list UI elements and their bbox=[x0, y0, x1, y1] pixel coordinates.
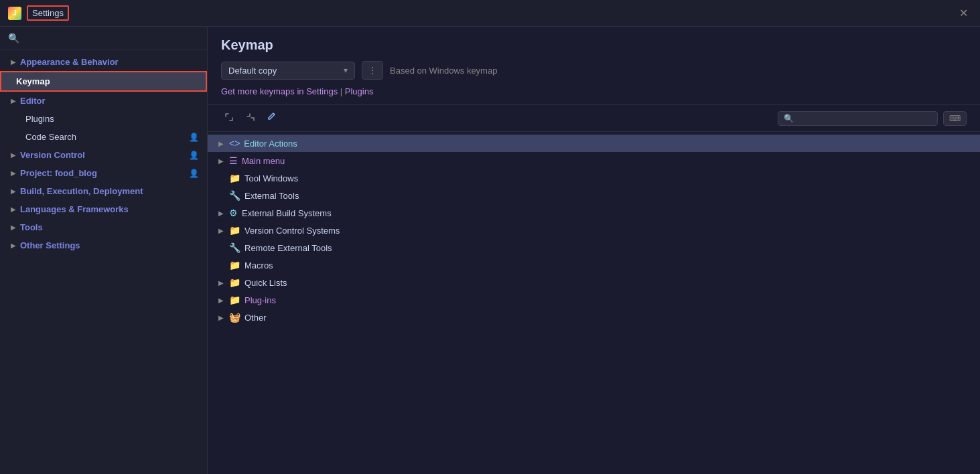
badge-icon: 👤 bbox=[189, 151, 199, 160]
sidebar-item-keymap[interactable]: Keymap bbox=[0, 71, 207, 92]
tree-item-main-menu[interactable]: ▶ ☰ Main menu bbox=[208, 152, 980, 169]
sidebar-item-version-control[interactable]: ▶ Version Control 👤 bbox=[0, 146, 207, 164]
sidebar-search[interactable]: 🔍 bbox=[0, 27, 207, 50]
link-separator: | bbox=[338, 86, 345, 96]
search-icon: 🔍 bbox=[784, 114, 794, 123]
folder-icon: 📁 bbox=[229, 173, 240, 183]
expand-all-button[interactable] bbox=[221, 110, 237, 126]
wrench-icon: 🔧 bbox=[229, 190, 240, 201]
sidebar-item-appearance[interactable]: ▶ Appearance & Behavior bbox=[0, 53, 207, 71]
keymap-controls: Default copy ▾ ⋮ Based on Windows keymap bbox=[221, 61, 967, 80]
keymap-menu-button[interactable]: ⋮ bbox=[362, 61, 383, 80]
tree-item-other[interactable]: ▶ 🧺 Other bbox=[208, 309, 980, 326]
basket-icon: 🧺 bbox=[229, 312, 240, 323]
tree-item-editor-actions[interactable]: ▶ <> Editor Actions bbox=[208, 135, 980, 152]
sidebar: 🔍 ▶ Appearance & Behavior Keymap ▶ Edito… bbox=[0, 27, 208, 474]
sidebar-item-label: Appearance & Behavior bbox=[20, 57, 199, 67]
keymap-link: Get more keymaps in Settings | Plugins bbox=[221, 86, 967, 96]
gear-icon: ⚙ bbox=[229, 208, 238, 218]
tree-item-label: Other bbox=[244, 313, 267, 323]
sidebar-item-label: Project: food_blog bbox=[20, 168, 189, 178]
toolbar-search[interactable]: 🔍 bbox=[778, 111, 938, 126]
keymap-dropdown-label: Default copy bbox=[228, 66, 338, 76]
wrench-icon: 🔧 bbox=[229, 242, 240, 253]
dropdown-arrow-icon: ▾ bbox=[344, 66, 348, 75]
collapse-icon bbox=[246, 112, 255, 122]
sidebar-item-plugins[interactable]: Plugins bbox=[0, 110, 207, 128]
sidebar-item-project[interactable]: ▶ Project: food_blog 👤 bbox=[0, 164, 207, 182]
tree-item-quick-lists[interactable]: ▶ 📁 Quick Lists bbox=[208, 274, 980, 291]
sidebar-item-tools[interactable]: ▶ Tools bbox=[0, 218, 207, 236]
collapse-all-button[interactable] bbox=[242, 110, 259, 126]
content-header: Keymap Default copy ▾ ⋮ Based on Windows… bbox=[208, 27, 980, 105]
content-area: Keymap Default copy ▾ ⋮ Based on Windows… bbox=[208, 27, 980, 474]
chevron-icon: ▶ bbox=[11, 224, 16, 231]
tree-item-macros[interactable]: 📁 Macros bbox=[208, 256, 980, 274]
sidebar-item-label: Tools bbox=[20, 222, 199, 232]
tree-item-label: Version Control Systems bbox=[244, 226, 340, 236]
app-logo: J bbox=[8, 7, 21, 20]
tree-item-label: Tool Windows bbox=[244, 173, 298, 183]
sidebar-item-label: Version Control bbox=[20, 150, 189, 160]
main-layout: 🔍 ▶ Appearance & Behavior Keymap ▶ Edito… bbox=[0, 27, 980, 474]
keymap-tree: ▶ <> Editor Actions ▶ ☰ Main menu 📁 Tool… bbox=[208, 132, 980, 474]
plugins-link[interactable]: Plugins bbox=[345, 86, 374, 96]
tree-item-label: Remote External Tools bbox=[244, 243, 332, 253]
sidebar-item-label: Plugins bbox=[25, 114, 199, 124]
edit-icon bbox=[267, 112, 277, 122]
chevron-icon: ▶ bbox=[11, 97, 16, 104]
search-icon[interactable]: 🔍 bbox=[8, 33, 19, 44]
folder-icon: 📁 bbox=[229, 295, 240, 305]
tree-item-tool-windows[interactable]: 📁 Tool Windows bbox=[208, 169, 980, 187]
folder-icon: 📁 bbox=[229, 277, 240, 288]
tree-item-remote-tools[interactable]: 🔧 Remote External Tools bbox=[208, 239, 980, 256]
tree-item-vcs[interactable]: ▶ 📁 Version Control Systems bbox=[208, 222, 980, 239]
chevron-icon: ▶ bbox=[218, 314, 229, 321]
sidebar-items: ▶ Appearance & Behavior Keymap ▶ Editor … bbox=[0, 50, 207, 257]
chevron-icon: ▶ bbox=[218, 157, 229, 165]
search-input[interactable] bbox=[798, 114, 932, 123]
folder-icon: 📁 bbox=[229, 260, 240, 270]
sidebar-item-label: Editor bbox=[20, 96, 199, 106]
menu-icon: ☰ bbox=[229, 155, 238, 166]
keymap-dropdown[interactable]: Default copy ▾ bbox=[221, 62, 355, 80]
edit-button[interactable] bbox=[264, 110, 280, 126]
tree-item-plug-ins[interactable]: ▶ 📁 Plug-ins bbox=[208, 291, 980, 309]
sidebar-item-label: Keymap bbox=[16, 76, 198, 86]
tree-item-external-tools[interactable]: 🔧 External Tools bbox=[208, 187, 980, 204]
tree-item-label: Macros bbox=[244, 260, 273, 270]
chevron-icon: ▶ bbox=[11, 187, 16, 195]
sidebar-item-languages[interactable]: ▶ Languages & Frameworks bbox=[0, 200, 207, 218]
keyboard-button[interactable]: ⌨ bbox=[943, 111, 967, 126]
chevron-icon: ▶ bbox=[218, 210, 229, 217]
title-bar: J Settings ✕ bbox=[0, 0, 980, 27]
badge-icon: 👤 bbox=[189, 169, 199, 178]
page-title: Keymap bbox=[221, 37, 967, 53]
close-button[interactable]: ✕ bbox=[955, 5, 972, 21]
tree-item-label: External Build Systems bbox=[242, 208, 332, 218]
tree-item-label: External Tools bbox=[244, 191, 299, 201]
chevron-icon: ▶ bbox=[218, 279, 229, 287]
chevron-icon: ▶ bbox=[11, 169, 16, 177]
chevron-icon: ▶ bbox=[11, 58, 16, 66]
settings-link[interactable]: Get more keymaps in Settings bbox=[221, 86, 338, 96]
tree-item-label: Quick Lists bbox=[244, 278, 287, 288]
tree-item-label: Main menu bbox=[242, 156, 285, 166]
sidebar-item-label: Languages & Frameworks bbox=[20, 204, 199, 214]
tree-item-label: Plug-ins bbox=[244, 295, 276, 305]
chevron-icon: ▶ bbox=[218, 227, 229, 234]
tree-item-label: Editor Actions bbox=[244, 139, 297, 149]
sidebar-item-editor[interactable]: ▶ Editor bbox=[0, 92, 207, 110]
chevron-icon: ▶ bbox=[11, 151, 16, 159]
sidebar-item-other-settings[interactable]: ▶ Other Settings bbox=[0, 236, 207, 254]
sidebar-item-build[interactable]: ▶ Build, Execution, Deployment bbox=[0, 182, 207, 200]
chevron-icon: ▶ bbox=[11, 242, 16, 249]
sidebar-item-code-search[interactable]: Code Search 👤 bbox=[0, 128, 207, 146]
tree-item-external-build[interactable]: ▶ ⚙ External Build Systems bbox=[208, 204, 980, 222]
code-icon: <> bbox=[229, 138, 240, 149]
based-on-text: Based on Windows keymap bbox=[390, 66, 497, 76]
expand-icon bbox=[224, 112, 234, 122]
window-title: Settings bbox=[27, 5, 69, 21]
sidebar-item-label: Other Settings bbox=[20, 240, 199, 250]
sidebar-item-label: Code Search bbox=[25, 132, 189, 142]
